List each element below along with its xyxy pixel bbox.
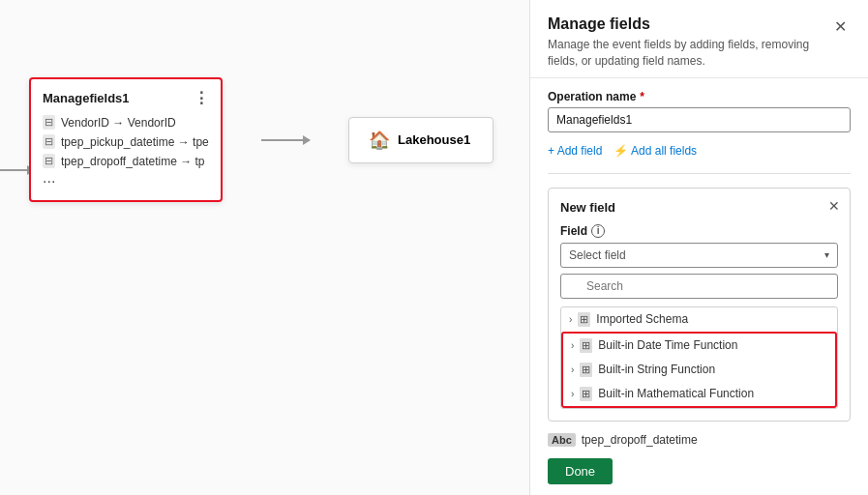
panel-title: Manage fields xyxy=(548,15,819,33)
field-icon-1: ⊟ xyxy=(43,115,55,130)
tree-expand-icon-datetime: › xyxy=(571,340,574,351)
action-row: + Add field ⚡ Add all fields xyxy=(548,144,851,158)
panel-title-group: Manage fields Manage the event fields by… xyxy=(548,15,819,70)
dropdown-item-string[interactable]: › ⊞ Built-in String Function xyxy=(563,358,835,382)
field-source-1: VendorID → VendorID xyxy=(61,116,176,130)
node-header: Managefields1 ⋮ xyxy=(43,89,209,107)
add-all-fields-button[interactable]: ⚡ Add all fields xyxy=(614,144,697,158)
grid-icon-string: ⊞ xyxy=(580,363,592,377)
new-field-title: New field xyxy=(560,200,838,215)
field-source-3: tpep_dropoff_datetime → tp xyxy=(61,155,205,168)
done-label: Done xyxy=(565,464,595,479)
lakehouse-icon: 🏠 xyxy=(369,130,390,151)
field-label-text: Field xyxy=(560,224,587,238)
close-panel-button[interactable]: ✕ xyxy=(830,15,851,38)
node-title: Managefields1 xyxy=(43,91,130,105)
add-field-label: + Add field xyxy=(548,144,602,158)
grid-icon-math: ⊞ xyxy=(580,387,592,401)
field-label-row: Field i xyxy=(560,224,838,238)
search-input[interactable] xyxy=(560,274,838,299)
add-field-button[interactable]: + Add field xyxy=(548,144,602,158)
field-icon-2: ⊟ xyxy=(43,134,55,149)
search-wrapper: 🔍 xyxy=(560,274,838,303)
dropdown-item-datetime[interactable]: › ⊞ Built-in Date Time Function xyxy=(563,334,835,358)
node-field-2: ⊟ tpep_pickup_datetime → tpe xyxy=(43,134,209,149)
field-icon-3: ⊟ xyxy=(43,154,55,168)
panel-body: Operation name * + Add field ⚡ Add all f… xyxy=(530,78,868,495)
field-source-2: tpep_pickup_datetime → tpe xyxy=(61,135,209,149)
required-star: * xyxy=(640,90,644,103)
dropdown-item-label-string: Built-in String Function xyxy=(598,363,715,376)
tree-expand-icon-string: › xyxy=(571,364,574,375)
lakehouse-node[interactable]: 🏠 Lakehouse1 xyxy=(348,117,494,163)
dropdown-item-imported[interactable]: › ⊞ Imported Schema xyxy=(561,307,837,332)
dropdown-list: › ⊞ Imported Schema › ⊞ Built-in Date Ti… xyxy=(560,306,838,409)
bottom-field-label: tpep_dropoff_datetime xyxy=(582,433,698,447)
grid-icon-datetime: ⊞ xyxy=(580,338,592,353)
abs-icon: Abc xyxy=(548,433,576,447)
tree-expand-icon-math: › xyxy=(571,389,574,399)
node-more-icon: ··· xyxy=(43,173,209,190)
managefields-node[interactable]: Managefields1 ⋮ ⊟ VendorID → VendorID ⊟ … xyxy=(29,77,223,202)
divider xyxy=(548,173,851,174)
canvas-area: Managefields1 ⋮ ⊟ VendorID → VendorID ⊟ … xyxy=(0,0,529,495)
arrow-connector xyxy=(261,139,310,141)
highlighted-group: › ⊞ Built-in Date Time Function › ⊞ Buil… xyxy=(561,332,837,408)
node-field-3: ⊟ tpep_dropoff_datetime → tp xyxy=(43,154,209,168)
dropdown-item-math[interactable]: › ⊞ Built-in Mathematical Function xyxy=(563,382,835,406)
panel-header: Manage fields Manage the event fields by… xyxy=(530,0,868,78)
field-info-icon[interactable]: i xyxy=(591,224,605,238)
node-container: Managefields1 ⋮ ⊟ VendorID → VendorID ⊟ … xyxy=(29,77,494,202)
node-field-1: ⊟ VendorID → VendorID xyxy=(43,115,209,130)
dropdown-item-label-math: Built-in Mathematical Function xyxy=(598,387,754,400)
right-panel: Manage fields Manage the event fields by… xyxy=(529,0,868,495)
operation-label: Operation name * xyxy=(548,90,851,103)
new-field-section: New field ✕ Field i Select field ▾ 🔍 xyxy=(548,188,851,422)
dropdown-item-label-datetime: Built-in Date Time Function xyxy=(598,338,737,352)
chevron-down-icon: ▾ xyxy=(824,249,829,260)
node-options-icon[interactable]: ⋮ xyxy=(194,89,209,107)
dropdown-item-label-imported: Imported Schema xyxy=(596,312,688,326)
select-field-dropdown[interactable]: Select field ▾ xyxy=(560,243,838,268)
select-placeholder: Select field xyxy=(569,248,626,262)
bottom-field-row: Abc tpep_dropoff_datetime xyxy=(548,433,851,447)
grid-icon-imported: ⊞ xyxy=(578,312,590,327)
panel-description: Manage the event fields by adding fields… xyxy=(548,37,819,70)
lakehouse-title: Lakehouse1 xyxy=(398,132,470,147)
tree-expand-icon: › xyxy=(569,314,572,325)
operation-name-input[interactable] xyxy=(548,107,851,132)
done-button[interactable]: Done xyxy=(548,458,613,484)
add-all-fields-label: ⚡ Add all fields xyxy=(614,144,697,158)
new-field-close-button[interactable]: ✕ xyxy=(828,198,840,214)
